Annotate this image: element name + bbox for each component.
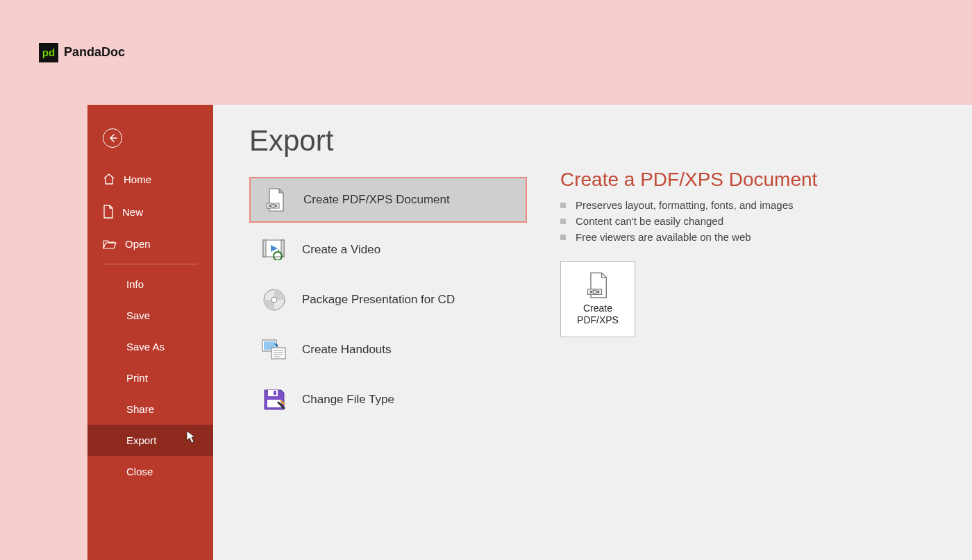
- pdf-document-icon: [263, 187, 288, 212]
- video-icon: [262, 237, 287, 262]
- export-option-label: Create Handouts: [302, 343, 392, 357]
- svg-rect-1: [269, 205, 271, 207]
- export-option-change-file-type[interactable]: Change File Type: [249, 377, 527, 423]
- export-option-label: Package Presentation for CD: [302, 293, 455, 307]
- folder-open-icon: [103, 239, 117, 250]
- export-option-label: Create PDF/XPS Document: [303, 193, 450, 207]
- export-option-create-pdf-xps[interactable]: Create PDF/XPS Document: [249, 177, 527, 223]
- pandadoc-logo-icon: pd: [39, 43, 58, 62]
- brand: pd PandaDoc: [39, 43, 125, 62]
- sidebar-item-close[interactable]: Close: [87, 456, 213, 487]
- save-disk-icon: [262, 387, 287, 412]
- export-options-column: Export Create PDF/XPS Document Create a …: [249, 124, 527, 541]
- svg-rect-17: [274, 391, 276, 395]
- detail-bullet: Preserves layout, formatting, fonts, and…: [560, 199, 936, 211]
- detail-bullet: Free viewers are available on the web: [560, 231, 936, 243]
- sidebar-item-info[interactable]: Info: [87, 269, 213, 300]
- sidebar-item-label: Info: [126, 278, 144, 290]
- detail-title: Create a PDF/XPS Document: [560, 169, 936, 191]
- sidebar: Home New Open Info Save Save As Print Sh…: [87, 105, 213, 560]
- back-button[interactable]: [103, 128, 122, 148]
- app-window: Home New Open Info Save Save As Print Sh…: [87, 105, 972, 560]
- create-pdf-xps-button[interactable]: Create PDF/XPS: [560, 261, 635, 337]
- detail-bullets: Preserves layout, formatting, fonts, and…: [560, 199, 936, 243]
- svg-rect-21: [597, 290, 599, 292]
- sidebar-item-label: Export: [126, 434, 156, 446]
- export-option-package-cd[interactable]: Package Presentation for CD: [249, 277, 527, 323]
- export-option-create-video[interactable]: Create a Video: [249, 227, 527, 273]
- export-option-label: Create a Video: [302, 243, 380, 257]
- svg-rect-5: [263, 240, 266, 257]
- sidebar-item-label: Print: [126, 372, 148, 384]
- sidebar-item-label: Save: [126, 309, 150, 321]
- action-label-line1: Create: [577, 303, 619, 315]
- sidebar-item-label: New: [122, 206, 143, 218]
- export-option-create-handouts[interactable]: Create Handouts: [249, 327, 527, 373]
- svg-point-8: [271, 297, 277, 303]
- page-header: pd PandaDoc: [0, 0, 972, 105]
- main-content: Export Create PDF/XPS Document Create a …: [213, 105, 972, 560]
- sidebar-item-save-as[interactable]: Save As: [87, 331, 213, 362]
- sidebar-item-save[interactable]: Save: [87, 300, 213, 331]
- sidebar-item-new[interactable]: New: [87, 195, 213, 228]
- pdf-document-icon: [586, 272, 610, 298]
- sidebar-item-label: Share: [126, 403, 154, 415]
- export-detail-column: Create a PDF/XPS Document Preserves layo…: [560, 124, 936, 541]
- sidebar-separator: [103, 264, 198, 264]
- svg-rect-20: [590, 290, 592, 292]
- sidebar-item-open[interactable]: Open: [87, 228, 213, 260]
- svg-rect-11: [271, 348, 285, 359]
- sidebar-item-home[interactable]: Home: [87, 163, 213, 195]
- svg-rect-2: [275, 205, 277, 207]
- handouts-icon: [262, 337, 287, 362]
- export-option-label: Change File Type: [302, 393, 394, 407]
- sidebar-item-label: Open: [125, 238, 151, 250]
- sidebar-item-label: Save As: [126, 341, 165, 353]
- brand-name: PandaDoc: [64, 45, 125, 60]
- page-title: Export: [249, 124, 527, 158]
- cd-disc-icon: [262, 287, 287, 312]
- sidebar-item-share[interactable]: Share: [87, 393, 213, 425]
- sidebar-item-export[interactable]: Export: [87, 425, 213, 456]
- sidebar-item-print[interactable]: Print: [87, 362, 213, 393]
- back-arrow-icon: [108, 133, 117, 143]
- new-file-icon: [103, 205, 114, 219]
- action-label-line2: PDF/XPS: [577, 314, 619, 327]
- detail-bullet: Content can't be easily changed: [560, 215, 936, 227]
- sidebar-item-label: Home: [124, 173, 151, 185]
- sidebar-item-label: Close: [126, 466, 153, 477]
- home-icon: [103, 173, 115, 185]
- mouse-cursor-icon: [186, 430, 197, 444]
